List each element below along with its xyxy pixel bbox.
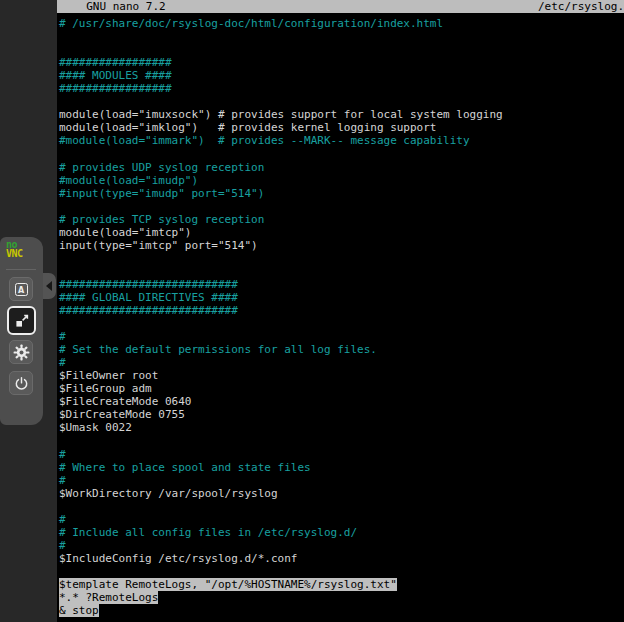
terminal-line: module(load="imtcp") [59, 226, 624, 239]
terminal-line: # [59, 356, 624, 369]
disconnect-button[interactable] [9, 371, 33, 395]
terminal-line: # [59, 448, 624, 461]
terminal-line: ########################### [59, 278, 624, 291]
terminal-line: # [59, 474, 624, 487]
terminal-line [59, 317, 624, 330]
keyboard-icon: A [15, 283, 28, 296]
fullscreen-icon [15, 314, 29, 328]
panel-collapse-handle[interactable] [43, 273, 56, 299]
terminal-line [59, 147, 624, 160]
collapse-left-icon [46, 281, 52, 291]
terminal-line: $FileOwner root [59, 369, 624, 382]
terminal-line: # [59, 539, 624, 552]
terminal-line [59, 95, 624, 108]
terminal-line: $IncludeConfig /etc/rsyslog.d/*.conf [59, 552, 624, 565]
terminal-line: input(type="imtcp" port="514") [59, 239, 624, 252]
terminal-line: # /usr/share/doc/rsyslog-doc/html/config… [59, 17, 624, 30]
terminal-line: $template RemoteLogs, "/opt/%HOSTNAME%/r… [59, 578, 624, 591]
novnc-logo-bottom: VNC [6, 249, 23, 258]
terminal-line: $FileCreateMode 0640 [59, 395, 624, 408]
keyboard-button[interactable]: A [9, 277, 33, 301]
terminal-line: #input(type="imudp" port="514") [59, 187, 624, 200]
terminal-line: # provides UDP syslog reception [59, 161, 624, 174]
nano-version-label: GNU nano 7.2 [57, 0, 166, 13]
terminal-line: # Include all config files in /etc/rsysl… [59, 526, 624, 539]
terminal-line: #module(load="imudp") [59, 174, 624, 187]
terminal-line: $DirCreateMode 0755 [59, 408, 624, 421]
terminal-line: # provides TCP syslog reception [59, 213, 624, 226]
terminal-line: $WorkDirectory /var/spool/rsyslog [59, 487, 624, 500]
novnc-control-panel: no VNC A [0, 237, 43, 425]
terminal-line: & stop [59, 604, 624, 617]
terminal-line: module(load="imklog") # provides kernel … [59, 121, 624, 134]
terminal-line: module(load="imuxsock") # provides suppo… [59, 108, 624, 121]
vnc-terminal-screen[interactable]: GNU nano 7.2 /etc/rsyslog. # /usr/share/… [57, 0, 624, 622]
terminal-line: ########################### [59, 304, 624, 317]
terminal-line: ################# [59, 82, 624, 95]
terminal-line [59, 435, 624, 448]
novnc-logo: no VNC [6, 240, 23, 258]
terminal-lines[interactable]: # /usr/share/doc/rsyslog-doc/html/config… [57, 13, 624, 617]
terminal-line: #### MODULES #### [59, 69, 624, 82]
terminal-line: #module(load="immark") # provides --MARK… [59, 134, 624, 147]
terminal-line [59, 43, 624, 56]
terminal-line: # Where to place spool and state files [59, 461, 624, 474]
terminal-line [59, 565, 624, 578]
terminal-line: *.* ?RemoteLogs [59, 591, 624, 604]
terminal-line: # Set the default permissions for all lo… [59, 343, 624, 356]
terminal-line [59, 30, 624, 43]
terminal-line: # [59, 330, 624, 343]
fullscreen-button[interactable] [7, 306, 36, 335]
panel-divider [6, 269, 36, 270]
terminal-line: $Umask 0022 [59, 421, 624, 434]
terminal-line: $FileGroup adm [59, 382, 624, 395]
terminal-line: #### GLOBAL DIRECTIVES #### [59, 291, 624, 304]
nano-titlebar: GNU nano 7.2 /etc/rsyslog. [57, 0, 624, 13]
power-icon [14, 376, 29, 391]
terminal-line [59, 500, 624, 513]
terminal-line [59, 252, 624, 265]
terminal-line [59, 265, 624, 278]
terminal-line: # [59, 513, 624, 526]
gear-icon [13, 344, 30, 361]
settings-button[interactable] [9, 340, 33, 364]
terminal-line [59, 200, 624, 213]
nano-filename-label: /etc/rsyslog. [538, 0, 624, 13]
terminal-line: ################# [59, 56, 624, 69]
